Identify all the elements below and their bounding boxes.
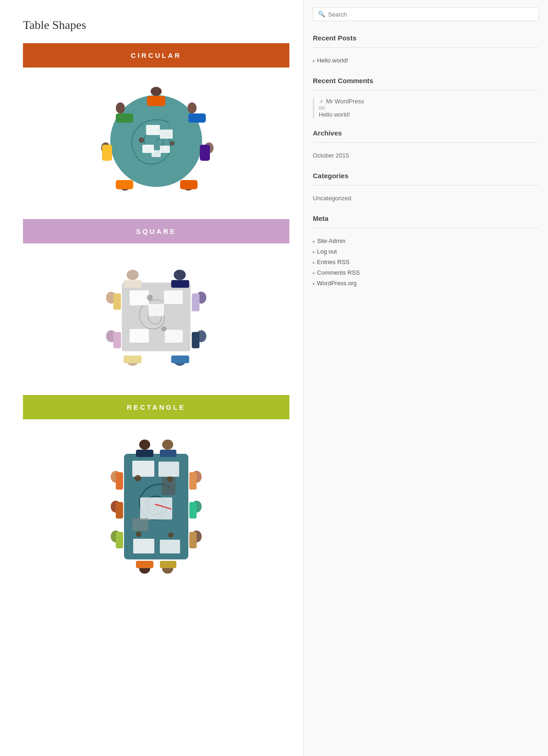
svg-rect-15 [146,125,160,135]
recent-comments-title: Recent Comments [313,77,539,85]
svg-rect-4 [188,113,206,123]
svg-point-20 [139,137,144,143]
recent-posts-section: Recent Posts Hello world! [313,34,539,66]
divider [313,90,539,90]
comment-author: ↗ Mr WordPress [319,98,539,105]
archive-item: October 2015 [313,150,539,161]
svg-point-13 [116,102,125,113]
svg-rect-70 [160,540,180,553]
svg-point-45 [161,327,166,332]
svg-rect-52 [189,472,197,490]
svg-rect-38 [113,293,121,310]
archives-section: Archives October 2015 [313,129,539,161]
meta-wordpress-org[interactable]: WordPress.org [313,278,539,288]
svg-rect-18 [160,146,170,153]
svg-rect-56 [189,532,197,548]
archives-title: Archives [313,129,539,137]
categories-title: Categories [313,172,539,180]
svg-rect-42 [165,330,183,343]
svg-rect-32 [171,355,189,363]
svg-point-44 [147,294,153,300]
svg-rect-12 [102,145,112,161]
svg-rect-54 [189,502,197,519]
svg-point-75 [167,476,173,482]
category-item: Uncategorized [313,193,539,203]
search-icon: 🔍 [318,11,325,18]
svg-rect-30 [192,332,199,348]
svg-rect-19 [152,150,161,157]
divider [313,142,539,143]
svg-rect-67 [132,461,154,477]
meta-site-admin[interactable]: Site Admin [313,236,539,246]
svg-rect-10 [116,180,133,189]
svg-rect-60 [160,561,176,568]
svg-point-76 [136,531,141,537]
comment-target-link[interactable]: Hello world! [319,111,539,118]
svg-rect-24 [124,280,141,288]
sidebar: 🔍 Recent Posts Hello world! Recent Comme… [303,0,548,756]
recent-post-item[interactable]: Hello world! [313,55,539,66]
svg-point-3 [187,102,197,113]
svg-rect-64 [116,502,123,519]
page-title: Table Shapes [23,18,289,32]
svg-point-77 [168,532,174,538]
svg-rect-41 [130,329,149,343]
external-link-icon: ↗ [319,99,323,104]
comment-item: ↗ Mr WordPress on Hello world! [313,98,539,118]
svg-rect-50 [160,450,176,457]
main-content: Table Shapes CIRCULAR [0,0,303,756]
svg-point-47 [139,440,150,450]
rectangle-illustration [23,429,289,585]
svg-rect-26 [171,280,189,288]
categories-section: Categories Uncategorized [313,172,539,203]
square-banner: SQUARE [23,219,289,243]
search-box[interactable]: 🔍 [313,7,539,21]
svg-rect-8 [180,180,198,189]
svg-point-21 [170,141,175,146]
svg-point-74 [135,475,141,481]
svg-rect-66 [116,532,123,548]
recent-comments-section: Recent Comments ↗ Mr WordPress on Hello … [313,77,539,118]
divider [313,185,539,186]
svg-rect-43 [148,304,164,316]
rectangle-banner: RECTANGLE [23,395,289,419]
meta-entries-rss[interactable]: Entries RSS [313,257,539,267]
divider [313,228,539,228]
meta-section: Meta Site Admin Log out Entries RSS Comm… [313,214,539,288]
circular-illustration [23,77,289,205]
svg-rect-2 [147,96,165,106]
meta-comments-rss[interactable]: Comments RSS [313,267,539,278]
svg-rect-36 [113,332,121,348]
svg-point-23 [127,270,139,280]
recent-posts-title: Recent Posts [313,34,539,42]
svg-point-25 [174,270,186,280]
svg-rect-39 [130,290,149,305]
svg-rect-48 [136,450,153,457]
search-input[interactable] [328,11,534,18]
svg-rect-16 [160,130,173,139]
svg-rect-68 [158,462,179,477]
svg-point-1 [151,87,162,96]
svg-rect-34 [124,355,141,363]
meta-title: Meta [313,214,539,222]
svg-rect-14 [116,113,133,123]
svg-rect-40 [164,290,183,304]
svg-point-49 [162,440,173,450]
svg-rect-58 [136,561,153,568]
comment-on-label: on [319,105,539,111]
svg-rect-6 [200,145,210,161]
svg-rect-62 [116,472,123,490]
square-illustration [23,253,289,381]
svg-rect-73 [132,518,148,531]
svg-rect-28 [192,293,199,311]
circular-banner: CIRCULAR [23,43,289,68]
meta-log-out[interactable]: Log out [313,246,539,257]
svg-rect-69 [133,539,154,553]
divider [313,47,539,48]
